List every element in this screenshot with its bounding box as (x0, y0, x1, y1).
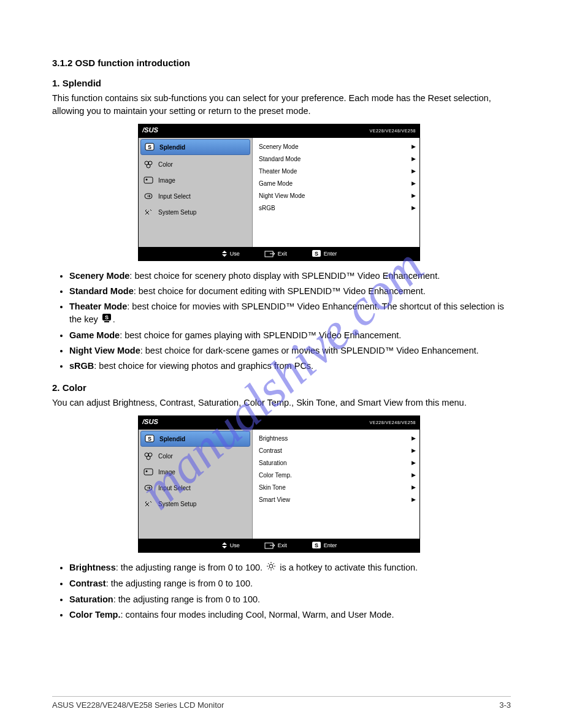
osd-left-menu: S Splendid Color Image Input Select (139, 138, 253, 247)
chevron-right-icon: ▶ (412, 484, 416, 490)
svg-marker-26 (222, 542, 227, 545)
osd-header: /SUS VE228/VE248/VE258 (139, 124, 419, 138)
chevron-right-icon: ▶ (412, 472, 416, 478)
osd-model: VE228/VE248/VE258 (370, 420, 416, 425)
osd-footer-nav: Use (221, 541, 240, 550)
osd-menu-color[interactable]: Color (139, 448, 252, 464)
chevron-right-icon: ▶ (412, 180, 416, 186)
svg-rect-6 (144, 177, 153, 183)
chevron-right-icon: ▶ (412, 156, 416, 162)
list-item: Theater Mode: best choice for movies wit… (69, 300, 511, 327)
osd-option[interactable]: Skin Tone▶ (259, 481, 416, 493)
list-item: Game Mode: best choice for games playing… (69, 329, 511, 342)
up-down-icon (221, 249, 228, 258)
osd-menu-system[interactable]: System Setup (139, 204, 252, 220)
osd-menu-image[interactable]: Image (139, 464, 252, 480)
svg-text:S: S (315, 542, 318, 548)
s-badge-icon: S (144, 142, 156, 152)
s-badge-icon: S (312, 249, 321, 258)
svg-rect-16 (104, 321, 109, 322)
osd-menu-label: System Setup (158, 209, 196, 216)
osd-menu-label: System Setup (158, 501, 196, 507)
s-badge-icon: S (102, 313, 112, 327)
list-item: Color Temp.: contains four modes includi… (69, 609, 511, 621)
palette-icon (142, 159, 155, 169)
mode-list: Scenery Mode: best choice for scenery ph… (52, 270, 511, 373)
osd-option[interactable]: Brightness▶ (259, 432, 416, 444)
osd-footer-exit: Exit (264, 249, 287, 258)
osd-option[interactable]: Saturation▶ (259, 457, 416, 469)
list-item: Standard Mode: best choice for document … (69, 285, 511, 298)
svg-rect-23 (144, 469, 153, 475)
osd-footer-enter: S Enter (312, 541, 337, 550)
osd-menu-label: Input Select (158, 485, 191, 491)
osd-menu-label: Image (158, 177, 175, 184)
svg-marker-9 (222, 251, 227, 253)
osd-menu-splendid[interactable]: S Splendid (140, 431, 250, 447)
intro-text-1: This function contains six sub-functions… (52, 92, 511, 118)
s-badge-icon: S (312, 541, 321, 550)
osd-left-menu: S Splendid Color Image Input Select (139, 430, 253, 539)
svg-text:/SUS: /SUS (142, 127, 159, 134)
palette-icon (142, 451, 155, 461)
list-item: Brightness: the adjusting range is from … (69, 561, 511, 575)
osd-option[interactable]: Night View Mode▶ (259, 189, 416, 202)
page-footer: ASUS VE228/VE248/VE258 Series LCD Monito… (52, 696, 511, 710)
asus-logo: /SUS (142, 127, 185, 135)
chevron-right-icon: ▶ (412, 205, 416, 211)
osd-footer-nav: Use (221, 249, 240, 258)
osd-panel-color: /SUS VE228/VE248/VE258 S Splendid Color … (138, 415, 420, 553)
osd-option[interactable]: Standard Mode▶ (259, 153, 416, 165)
tools-icon (142, 499, 155, 509)
osd-option[interactable]: sRGB▶ (259, 202, 416, 214)
osd-menu-system[interactable]: System Setup (139, 496, 252, 512)
image-icon (142, 467, 155, 477)
osd-footer: Use Exit S Enter (139, 247, 419, 260)
exit-icon (264, 249, 275, 258)
exit-icon (264, 541, 275, 550)
list-item: Scenery Mode: best choice for scenery ph… (69, 270, 511, 282)
osd-menu-label: Input Select (158, 193, 191, 200)
osd-option[interactable]: Game Mode▶ (259, 177, 416, 189)
svg-point-24 (146, 471, 148, 472)
input-icon (142, 191, 155, 201)
osd-footer-enter: S Enter (312, 249, 337, 258)
osd-menu-splendid[interactable]: S Splendid (140, 139, 250, 155)
osd-right-list: Scenery Mode▶ Standard Mode▶ Theater Mod… (253, 138, 419, 247)
osd-menu-label: Image (158, 469, 175, 476)
osd-option[interactable]: Scenery Mode▶ (259, 140, 416, 153)
s-badge-icon: S (144, 434, 156, 444)
color-bullet-list: Brightness: the adjusting range is from … (52, 561, 511, 621)
brightness-icon (266, 561, 276, 575)
osd-menu-label: Color (158, 161, 173, 168)
svg-point-7 (146, 179, 148, 181)
osd-option[interactable]: Theater Mode▶ (259, 165, 416, 177)
osd-footer-exit: Exit (264, 541, 287, 550)
osd-menu-label: Splendid (159, 144, 185, 151)
subsection-heading-color: 2. Color (52, 382, 511, 393)
chevron-right-icon: ▶ (412, 460, 416, 466)
osd-menu-input[interactable]: Input Select (139, 480, 252, 496)
svg-marker-27 (222, 546, 227, 548)
osd-header: /SUS VE228/VE248/VE258 (139, 416, 419, 430)
osd-panel-splendid: /SUS VE228/VE248/VE258 S Splendid Color … (138, 124, 420, 261)
image-icon (142, 175, 155, 185)
chevron-right-icon: ▶ (412, 143, 416, 150)
osd-menu-input[interactable]: Input Select (139, 188, 252, 204)
svg-text:S: S (148, 436, 151, 442)
svg-point-22 (147, 456, 150, 460)
osd-option[interactable]: Color Temp.▶ (259, 469, 416, 481)
osd-option[interactable]: Contrast▶ (259, 444, 416, 457)
asus-logo: /SUS (142, 419, 185, 427)
list-item: sRGB: best choice for viewing photos and… (69, 360, 511, 373)
tools-icon (142, 207, 155, 217)
svg-point-31 (269, 564, 273, 568)
svg-text:S: S (148, 144, 151, 150)
osd-option[interactable]: Smart View▶ (259, 493, 416, 506)
footer-left: ASUS VE228/VE248/VE258 Series LCD Monito… (52, 700, 224, 710)
svg-point-5 (147, 164, 150, 168)
osd-footer: Use Exit S Enter (139, 539, 419, 552)
osd-menu-image[interactable]: Image (139, 172, 252, 188)
osd-menu-label: Splendid (159, 436, 185, 442)
osd-menu-color[interactable]: Color (139, 156, 252, 172)
